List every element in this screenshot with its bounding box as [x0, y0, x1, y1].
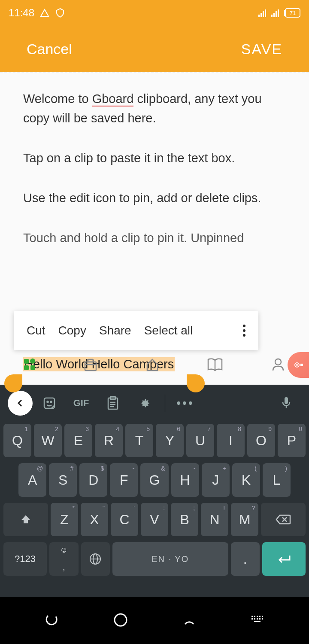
period-key[interactable]: . — [231, 542, 260, 576]
keyboard-row-1: Q1W2E3R4T5Y6U7I8O9P0 — [3, 424, 306, 457]
key-q[interactable]: Q1 — [3, 424, 31, 457]
svg-point-24 — [47, 401, 48, 402]
svg-text:71: 71 — [290, 10, 296, 16]
mic-icon[interactable] — [271, 390, 301, 416]
key-l[interactable]: L) — [263, 463, 291, 497]
home-tab[interactable] — [145, 357, 160, 374]
person-tab[interactable] — [270, 357, 286, 374]
backspace-key[interactable] — [261, 503, 306, 536]
key-z[interactable]: Z* — [51, 503, 78, 536]
key-a[interactable]: A@ — [18, 463, 46, 497]
svg-rect-45 — [254, 618, 255, 620]
svg-rect-1 — [261, 13, 262, 17]
keyboard: GIF ••• Q1W2E3R4T5Y6U7I8O9P0 A@S#D$F-G&H… — [0, 385, 309, 597]
svg-rect-16 — [24, 365, 29, 370]
key-n[interactable]: N! — [201, 503, 228, 536]
svg-rect-44 — [251, 618, 253, 620]
svg-rect-8 — [284, 10, 285, 16]
language-key[interactable] — [81, 542, 110, 576]
svg-point-15 — [30, 358, 35, 364]
space-key[interactable]: EN · YO — [112, 542, 228, 576]
cancel-button[interactable]: Cancel — [27, 41, 72, 58]
numbers-key[interactable]: ?123 — [3, 542, 47, 576]
grid-tab[interactable] — [23, 358, 36, 373]
save-button[interactable]: SAVE — [241, 41, 282, 58]
text-editor[interactable]: Welcome to Gboard clipboard, any text yo… — [0, 72, 309, 385]
copy-action[interactable]: Copy — [58, 324, 86, 337]
svg-rect-40 — [254, 616, 255, 617]
key-b[interactable]: B; — [171, 503, 198, 536]
select-all-action[interactable]: Select all — [144, 324, 193, 337]
key-t[interactable]: T5 — [125, 424, 153, 457]
keyboard-row-3: Z*X"C'V:B;N!M? — [3, 503, 306, 536]
key-p[interactable]: P0 — [278, 424, 306, 457]
enter-key[interactable] — [262, 542, 306, 576]
content-paragraph: Use the edit icon to pin, add or delete … — [23, 188, 286, 208]
svg-rect-19 — [88, 359, 93, 362]
key-i[interactable]: I8 — [217, 424, 245, 457]
keyboard-back-button[interactable] — [8, 391, 33, 416]
app-header: Cancel SAVE — [0, 26, 309, 72]
svg-rect-7 — [278, 9, 279, 17]
key-s[interactable]: S# — [49, 463, 77, 497]
key-r[interactable]: R4 — [95, 424, 123, 457]
svg-point-38 — [115, 614, 127, 626]
signal-icon — [258, 9, 268, 17]
svg-rect-43 — [262, 616, 263, 617]
content-paragraph: Touch and hold a clip to pin it. Unpinne… — [23, 228, 286, 248]
key-y[interactable]: Y6 — [156, 424, 184, 457]
key-w[interactable]: W2 — [34, 424, 62, 457]
share-action[interactable]: Share — [99, 324, 131, 337]
emoji-key[interactable]: ☺, — [49, 542, 78, 576]
svg-rect-18 — [85, 362, 96, 371]
recent-apps-button[interactable] — [44, 612, 59, 629]
home-button[interactable] — [113, 612, 128, 629]
svg-rect-49 — [254, 621, 261, 622]
key-c[interactable]: C' — [111, 503, 138, 536]
svg-rect-0 — [258, 15, 260, 17]
back-button[interactable] — [182, 612, 197, 629]
clipboard-icon[interactable] — [98, 390, 128, 416]
gif-button[interactable]: GIF — [66, 390, 96, 416]
spellcheck-underline[interactable]: Gboard — [92, 92, 134, 106]
briefcase-tab[interactable] — [83, 357, 98, 374]
key-k[interactable]: K( — [232, 463, 260, 497]
svg-rect-48 — [262, 618, 263, 620]
content-paragraph: Welcome to Gboard clipboard, any text yo… — [23, 89, 286, 128]
key-g[interactable]: G& — [140, 463, 168, 497]
content-paragraph: Tap on a clip to paste it in the text bo… — [23, 149, 286, 168]
key-x[interactable]: X" — [81, 503, 108, 536]
key-f[interactable]: F- — [110, 463, 138, 497]
svg-rect-2 — [263, 11, 264, 17]
svg-rect-39 — [251, 616, 253, 617]
svg-point-25 — [51, 401, 52, 402]
key-m[interactable]: M? — [231, 503, 258, 536]
gear-icon[interactable] — [130, 390, 160, 416]
system-nav-bar — [0, 597, 309, 644]
editor-toolbar — [0, 346, 309, 385]
sticker-icon[interactable] — [34, 390, 64, 416]
key-d[interactable]: D$ — [79, 463, 107, 497]
context-menu: Cut Copy Share Select all — [14, 311, 258, 350]
key-v[interactable]: V: — [141, 503, 168, 536]
status-bar: 11:48 71 — [0, 0, 309, 26]
shift-key[interactable] — [3, 503, 48, 536]
key-u[interactable]: U7 — [186, 424, 214, 457]
key-h[interactable]: H- — [171, 463, 199, 497]
more-icon[interactable]: ••• — [170, 390, 200, 416]
svg-rect-5 — [273, 13, 275, 17]
svg-rect-17 — [30, 365, 35, 370]
cut-action[interactable]: Cut — [27, 324, 45, 337]
shield-icon — [55, 8, 65, 18]
svg-rect-31 — [285, 397, 288, 404]
more-icon[interactable] — [243, 325, 245, 337]
key-e[interactable]: E3 — [64, 424, 92, 457]
key-j[interactable]: J+ — [202, 463, 230, 497]
keyboard-switch-button[interactable] — [251, 615, 265, 627]
key-o[interactable]: O9 — [247, 424, 275, 457]
keyboard-row-4: ?123 ☺, EN · YO . — [3, 542, 306, 576]
book-tab[interactable] — [206, 357, 224, 374]
svg-rect-41 — [257, 616, 258, 617]
status-time: 11:48 — [9, 7, 34, 19]
svg-rect-47 — [259, 618, 261, 620]
